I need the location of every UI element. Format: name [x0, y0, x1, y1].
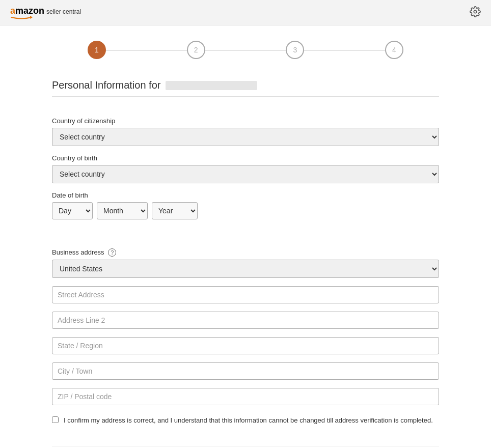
page-title-section: Personal Information for	[52, 69, 439, 97]
step-2: 2	[187, 41, 205, 59]
business-address-section: Business address ? United States I confi…	[52, 238, 439, 446]
citizenship-section: Country of citizenship Select country Co…	[52, 107, 439, 238]
svg-marker-0	[30, 16, 33, 19]
birth-country-group: Country of birth Select country	[52, 154, 439, 183]
business-country-select[interactable]: United States	[52, 260, 439, 278]
gear-icon	[470, 6, 481, 17]
step-1: 1	[88, 41, 106, 59]
zip-group	[52, 388, 439, 405]
dob-group: Date of birth Day Month Year	[52, 191, 439, 219]
page-title-text: Personal Information for	[52, 79, 160, 91]
business-address-label-text: Business address	[52, 248, 104, 256]
business-address-group: Business address ? United States	[52, 248, 439, 278]
address-confirm-group: I confirm my address is correct, and I u…	[52, 415, 439, 426]
citizenship-select[interactable]: Select country	[52, 128, 439, 146]
street-address-group	[52, 286, 439, 303]
dob-day-select[interactable]: Day	[52, 202, 93, 219]
state-group	[52, 337, 439, 354]
logo-amazon-text: amazon	[10, 6, 44, 16]
address-line2-group	[52, 312, 439, 329]
logo-a: a	[10, 6, 15, 16]
main-content: Personal Information for Country of citi…	[42, 69, 449, 448]
step-4: 4	[385, 41, 403, 59]
header: amazon seller central	[0, 0, 491, 25]
street-address-input[interactable]	[52, 286, 439, 303]
step-line-2	[205, 50, 286, 50]
user-name-blurred	[166, 81, 257, 90]
address-line2-input[interactable]	[52, 312, 439, 329]
zip-input[interactable]	[52, 388, 439, 405]
dob-year-select[interactable]: Year	[152, 202, 198, 219]
step-line-1	[106, 50, 187, 50]
business-address-label: Business address ?	[52, 248, 439, 257]
svg-point-1	[474, 10, 477, 13]
dob-selects: Day Month Year	[52, 202, 439, 219]
address-confirm-label: I confirm my address is correct, and I u…	[64, 415, 433, 426]
page-title: Personal Information for	[52, 79, 439, 91]
step-3: 3	[286, 41, 304, 59]
address-confirm-checkbox[interactable]	[52, 416, 59, 423]
birth-country-label: Country of birth	[52, 154, 439, 162]
business-address-help-icon[interactable]: ?	[108, 248, 116, 257]
step-line-3	[304, 50, 385, 50]
city-input[interactable]	[52, 362, 439, 380]
logo-top: amazon seller central	[10, 6, 81, 16]
progress-stepper: 1 2 3 4	[0, 25, 491, 69]
dob-month-select[interactable]: Month	[97, 202, 148, 219]
amazon-logo: amazon seller central	[10, 6, 81, 19]
logo-seller-central: seller central	[46, 8, 81, 15]
birth-country-select[interactable]: Select country	[52, 165, 439, 183]
receive-pin-section: Receive PIN through Phone Email	[52, 446, 439, 449]
dob-label: Date of birth	[52, 191, 439, 199]
citizenship-label: Country of citizenship	[52, 117, 439, 125]
state-input[interactable]	[52, 337, 439, 354]
stepper-track: 1 2 3 4	[88, 41, 403, 59]
gear-button[interactable]	[470, 6, 481, 19]
amazon-arrow-icon	[10, 15, 33, 19]
citizenship-group: Country of citizenship Select country	[52, 117, 439, 146]
logo-container: amazon seller central	[10, 6, 81, 19]
city-group	[52, 362, 439, 380]
